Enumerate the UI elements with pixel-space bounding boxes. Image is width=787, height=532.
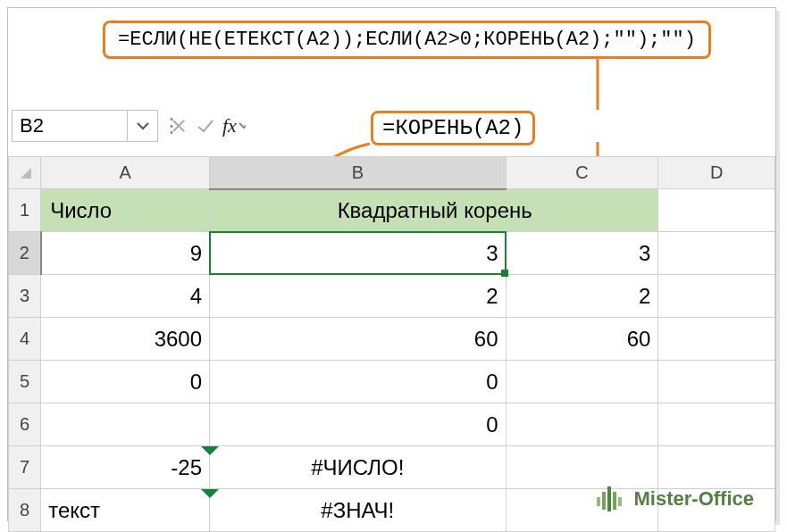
cell-b2[interactable]: 3: [210, 232, 507, 275]
chevron-down-icon: [239, 121, 246, 131]
x-icon: [171, 118, 187, 134]
row-header-8[interactable]: 8: [9, 489, 41, 532]
cell-c2[interactable]: 3: [506, 232, 658, 275]
triangle-icon: [19, 166, 31, 179]
cell-d3[interactable]: [658, 275, 775, 318]
cell-b5[interactable]: 0: [210, 361, 507, 403]
cell-a7[interactable]: -25: [41, 446, 210, 489]
row-3: 3 4 2 2: [9, 275, 775, 318]
fx-button[interactable]: fx: [219, 110, 246, 142]
cell-d7[interactable]: [658, 446, 775, 489]
cell-d6[interactable]: [658, 403, 775, 446]
svg-rect-7: [613, 492, 616, 510]
cell-b3[interactable]: 2: [210, 275, 507, 318]
cell-c7[interactable]: [506, 446, 658, 489]
row-1: 1 Число Квадратный корень: [9, 189, 775, 232]
cell-a3[interactable]: 4: [41, 275, 210, 318]
row-7: 7 -25 #ЧИСЛО!: [9, 446, 775, 489]
cell-d2[interactable]: [658, 232, 775, 275]
name-box[interactable]: B2: [12, 110, 128, 142]
row-header-1[interactable]: 1: [9, 189, 41, 232]
row-4: 4 3600 60 60: [9, 318, 775, 361]
svg-rect-5: [602, 492, 606, 510]
row-header-4[interactable]: 4: [9, 318, 41, 361]
select-all-corner[interactable]: [9, 157, 41, 189]
cell-b7[interactable]: #ЧИСЛО!: [210, 446, 507, 489]
cell-c5[interactable]: [506, 361, 658, 403]
cell-a1[interactable]: Число: [41, 189, 210, 232]
cell-a2[interactable]: 9: [41, 232, 210, 275]
svg-rect-4: [597, 497, 600, 506]
watermark-text: Mister-Office: [634, 487, 754, 511]
row-header-6[interactable]: 6: [9, 403, 41, 446]
cell-d5[interactable]: [658, 361, 775, 403]
cell-a5[interactable]: 0: [41, 361, 210, 403]
cell-b1c1[interactable]: Квадратный корень: [210, 189, 658, 232]
cancel-button[interactable]: [165, 110, 192, 142]
svg-rect-8: [618, 497, 622, 506]
enter-button[interactable]: [192, 110, 219, 142]
name-box-dropdown[interactable]: [128, 110, 158, 142]
callout-formula-c2-text: =ЕСЛИ(НЕ(ЕТЕКСТ(A2));ЕСЛИ(A2>0;КОРЕНЬ(A2…: [118, 29, 696, 51]
chevron-down-icon: [137, 120, 149, 132]
cell-d4[interactable]: [658, 318, 775, 361]
callout-formula-b2: =КОРЕНЬ(A2): [371, 111, 535, 145]
row-header-3[interactable]: 3: [9, 275, 41, 318]
row-5: 5 0 0: [9, 361, 775, 403]
cell-b6[interactable]: 0: [210, 403, 507, 446]
check-icon: [197, 118, 214, 134]
svg-marker-3: [21, 168, 31, 179]
cells-table[interactable]: A B C D 1 Число Квадратный корень 2 9 3 …: [8, 156, 775, 532]
fx-icon: fx: [219, 114, 239, 137]
cell-b8[interactable]: #ЗНАЧ!: [210, 489, 507, 532]
cell-b4[interactable]: 60: [210, 318, 507, 361]
cell-d1[interactable]: [658, 189, 775, 232]
watermark-icon: [597, 486, 627, 511]
screenshot-frame: =ЕСЛИ(НЕ(ЕТЕКСТ(A2));ЕСЛИ(A2>0;КОРЕНЬ(A2…: [7, 7, 776, 521]
cell-c6[interactable]: [506, 403, 658, 446]
col-header-c[interactable]: C: [506, 157, 658, 189]
spreadsheet-grid: A B C D 1 Число Квадратный корень 2 9 3 …: [8, 156, 775, 520]
col-header-b[interactable]: B: [210, 157, 507, 189]
row-header-2[interactable]: 2: [9, 232, 41, 275]
row-header-5[interactable]: 5: [9, 361, 41, 403]
cell-a4[interactable]: 3600: [41, 318, 210, 361]
row-header-7[interactable]: 7: [9, 446, 41, 489]
cell-a6[interactable]: [41, 403, 210, 446]
callout-formula-c2: =ЕСЛИ(НЕ(ЕТЕКСТ(A2));ЕСЛИ(A2>0;КОРЕНЬ(A2…: [103, 21, 711, 59]
separator: ⋮: [158, 114, 165, 137]
col-header-d[interactable]: D: [658, 157, 775, 189]
callout-formula-b2-text: =КОРЕНЬ(A2): [382, 116, 523, 140]
error-triangle-icon: [201, 446, 210, 455]
row-6: 6 0: [9, 403, 775, 446]
svg-rect-6: [607, 486, 611, 511]
cell-c3[interactable]: 2: [506, 275, 658, 318]
cell-a8[interactable]: текст: [41, 489, 210, 532]
column-headers: A B C D: [9, 157, 775, 189]
name-box-value: B2: [20, 114, 44, 137]
cell-c4[interactable]: 60: [506, 318, 658, 361]
col-header-a[interactable]: A: [41, 157, 210, 189]
error-triangle-icon: [201, 489, 210, 498]
row-2: 2 9 3 3: [9, 232, 775, 275]
watermark: Mister-Office: [597, 486, 754, 511]
